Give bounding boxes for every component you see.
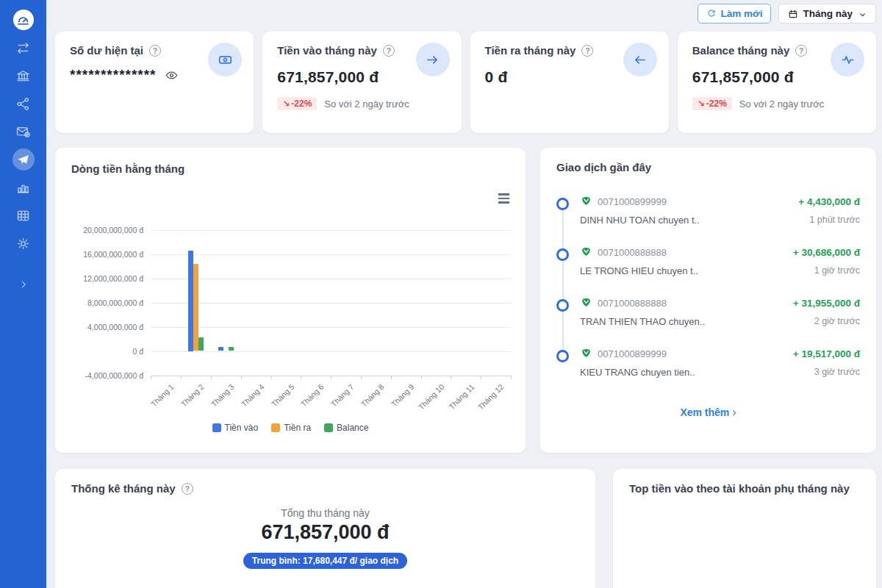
- see-more-link[interactable]: Xem thêm›: [556, 406, 860, 419]
- help-icon[interactable]: ?: [581, 45, 593, 57]
- legend-swatch: [271, 423, 280, 432]
- transaction-row[interactable]: 0071000888888+ 31,955,000 đTRAN THIEN TH…: [556, 297, 860, 348]
- x-axis-label: Tháng 4: [240, 382, 266, 409]
- eye-icon[interactable]: [165, 68, 179, 82]
- chart-menu-icon[interactable]: [498, 161, 509, 204]
- x-axis-tickmark: [511, 376, 512, 379]
- sidebar-item-settings[interactable]: [9, 229, 38, 257]
- top-subaccounts-title: Top tiền vào theo tài khoản phụ tháng nà…: [629, 482, 850, 495]
- transaction-time: 1 phút trước: [809, 215, 860, 226]
- legend-swatch: [212, 423, 221, 432]
- arrow-right-icon: [416, 43, 450, 76]
- sidebar-item-mail[interactable]: [9, 118, 38, 146]
- help-icon[interactable]: ?: [383, 45, 395, 57]
- transaction-row[interactable]: 0071000899999+ 19,517,000 đKIEU TRANG ch…: [556, 348, 860, 398]
- x-axis-label: Tháng 3: [209, 382, 236, 409]
- chevron-right-icon: [17, 281, 30, 293]
- account-number: 0071000899999: [598, 348, 667, 359]
- share-icon: [15, 96, 31, 112]
- sidebar-item-tables[interactable]: [9, 201, 38, 229]
- help-icon[interactable]: ?: [182, 483, 193, 495]
- legend-item[interactable]: Tiền vào: [212, 423, 259, 433]
- x-axis-tickmark: [241, 376, 242, 379]
- legend-swatch: [324, 423, 333, 432]
- vcb-shield-icon: [580, 297, 592, 309]
- trend-badge-value: -22%: [291, 98, 312, 109]
- bottom-row: Thống kê tháng này ? Tổng thu tháng này …: [55, 469, 876, 588]
- transaction-amount: + 30,686,000 đ: [793, 247, 860, 258]
- trend-badge-value: -22%: [706, 98, 727, 109]
- legend-item[interactable]: Balance: [324, 423, 368, 433]
- sidebar-item-transfers[interactable]: [9, 34, 38, 62]
- legend-label: Balance: [337, 423, 368, 433]
- period-dropdown[interactable]: Tháng này: [778, 4, 876, 24]
- refresh-icon: [706, 9, 717, 19]
- transaction-time: 3 giờ trước: [814, 367, 860, 378]
- x-axis-tickmark: [421, 376, 422, 379]
- timeline-node-icon: [556, 198, 569, 210]
- transaction-account: 0071000888888: [580, 297, 667, 309]
- x-axis-label: Tháng 12: [476, 382, 506, 412]
- balance-month-title: Balance tháng này: [692, 44, 790, 57]
- x-axis-label: Tháng 11: [447, 382, 476, 411]
- y-axis-tick: 12,000,000,000 đ: [83, 274, 143, 283]
- transaction-account: 0071000899999: [580, 196, 667, 208]
- timeline-node-icon: [556, 248, 569, 261]
- help-icon[interactable]: ?: [149, 45, 161, 57]
- transaction-amount: + 31,955,000 đ: [793, 298, 860, 309]
- money-in-card: Tiền vào tháng này ? 671,857,000 đ ↘-22%…: [262, 32, 461, 133]
- transaction-description: LE TRONG HIEU chuyen t..: [580, 265, 698, 276]
- chart-bar: [198, 337, 204, 351]
- legend-item[interactable]: Tiền ra: [271, 423, 311, 433]
- money-out-card: Tiền ra tháng này ? 0 đ: [470, 32, 669, 133]
- x-axis-tickmark: [331, 376, 331, 379]
- trend-down-icon: ↘: [282, 98, 290, 109]
- sidebar-item-reports[interactable]: [9, 173, 38, 201]
- refresh-button[interactable]: Làm mới: [698, 4, 772, 24]
- money-out-title: Tiền ra tháng này: [485, 44, 576, 57]
- transactions-list: 0071000899999+ 4,430,000 đDINH NHU TOAN …: [556, 196, 860, 398]
- main-content: Làm mới Tháng này Số dư hiện tại ? *****…: [46, 0, 882, 588]
- y-axis-tick: 4,000,000,000 đ: [87, 323, 143, 331]
- x-axis-tickmark: [451, 376, 451, 379]
- timeline-node-icon: [556, 350, 569, 362]
- chart-bar: [188, 251, 193, 351]
- help-icon[interactable]: ?: [795, 45, 807, 57]
- balance-month-card: Balance tháng này ? 671,857,000 đ ↘-22% …: [678, 32, 876, 133]
- chart-gridline: [151, 230, 511, 231]
- x-axis-label: Tháng 6: [299, 382, 326, 409]
- topbar: Làm mới Tháng này: [55, 4, 876, 32]
- transaction-account: 0071000899999: [580, 348, 667, 360]
- transaction-description: DINH NHU TOAN chuyen t..: [580, 215, 700, 226]
- sidebar-item-telegram[interactable]: [9, 146, 38, 173]
- x-axis-tickmark: [481, 376, 481, 379]
- refresh-label: Làm mới: [721, 8, 763, 19]
- month-stats-title: Thống kê tháng này: [71, 482, 176, 495]
- transaction-row[interactable]: 0071000888888+ 30,686,000 đLE TRONG HIEU…: [556, 246, 860, 297]
- money-in-title: Tiền vào tháng này: [277, 44, 377, 57]
- sidebar-item-bank[interactable]: [9, 62, 38, 90]
- x-axis-label: Tháng 2: [179, 382, 206, 409]
- transaction-description: KIEU TRANG chuyen tien..: [580, 367, 695, 378]
- total-income-label: Tổng thu tháng này: [71, 507, 579, 519]
- total-income-value: 671,857,000 đ: [71, 521, 579, 544]
- current-balance-title: Số dư hiện tại: [70, 44, 143, 57]
- sidebar-item-dashboard[interactable]: [9, 6, 38, 34]
- transfer-icon: [15, 40, 31, 56]
- account-number: 0071000888888: [598, 298, 667, 309]
- account-number: 0071000888888: [598, 247, 667, 258]
- sidebar-item-share[interactable]: [9, 90, 38, 118]
- see-more-label: Xem thêm: [680, 406, 729, 418]
- table-icon: [15, 208, 31, 223]
- x-axis-tickmark: [361, 376, 362, 379]
- vcb-shield-icon: [580, 348, 592, 360]
- x-axis-tickmark: [270, 376, 271, 379]
- gear-icon: [15, 236, 31, 251]
- sidebar-collapse-button[interactable]: [17, 278, 30, 294]
- transaction-row[interactable]: 0071000899999+ 4,430,000 đDINH NHU TOAN …: [556, 196, 860, 246]
- x-axis-tickmark: [391, 376, 392, 379]
- chevron-right-icon: ›: [732, 406, 736, 418]
- y-axis-tick: -4,000,000,000 đ: [85, 371, 143, 380]
- transaction-amount: + 4,430,000 đ: [798, 196, 860, 207]
- account-number: 0071000899999: [598, 196, 667, 207]
